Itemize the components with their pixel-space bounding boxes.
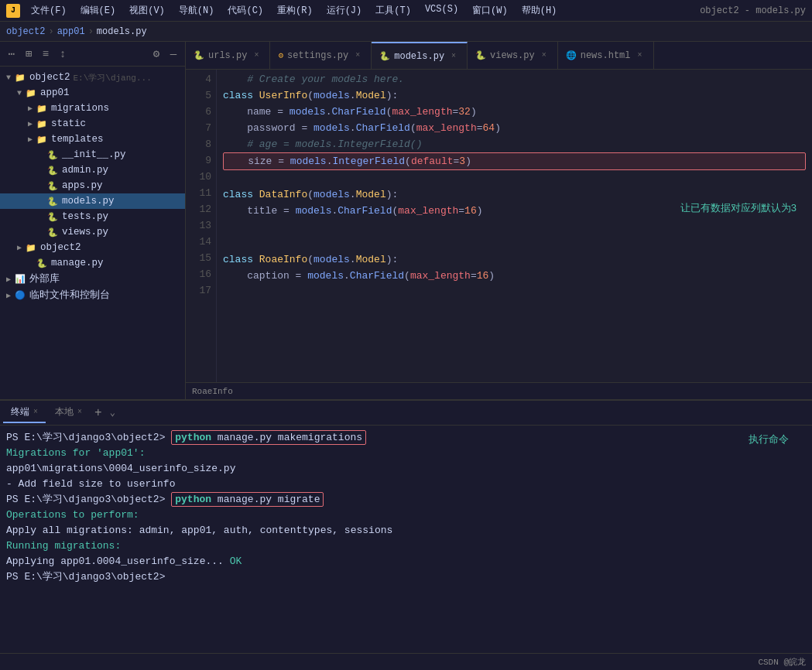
sidebar-spacer xyxy=(73,47,146,61)
code-line-15: class RoaeInfo(models.Model): xyxy=(223,251,806,268)
sidebar-tree: ▼ 📁 object2 E:\学习\djang... ▼ 📁 app01 ▶ 📁 xyxy=(0,67,185,399)
app-logo: J xyxy=(6,4,20,18)
py-icon-init: 🐍 xyxy=(46,149,59,161)
breadcrumb-app01[interactable]: app01 xyxy=(57,26,85,37)
menu-file[interactable]: 文件(F) xyxy=(25,2,73,19)
terminal-content[interactable]: PS E:\学习\django3\object2> python manage.… xyxy=(0,426,812,653)
code-line-4: # Create your models here. xyxy=(223,71,806,87)
terminal-annotation: 执行命令 xyxy=(749,432,789,447)
tab-close-urls[interactable]: × xyxy=(251,50,262,61)
breadcrumb-object2[interactable]: object2 xyxy=(6,26,45,37)
py-icon-manage: 🐍 xyxy=(36,257,48,269)
sidebar-icon-dots[interactable]: ⋯ xyxy=(5,47,19,61)
code-line-14 xyxy=(223,235,806,251)
terminal-line-7: Apply all migrations: admin, app01, auth… xyxy=(6,523,806,538)
terminal-line-2: Migrations for 'app01': xyxy=(6,446,806,461)
sidebar-item-admin-py[interactable]: ▶ 🐍 admin.py xyxy=(0,162,185,178)
sidebar-label-tests: tests.py xyxy=(62,211,108,222)
panel-tab-local-label: 本地 xyxy=(55,405,74,419)
folder-icon-migrations: 📁 xyxy=(36,102,48,115)
sidebar-icon-sort[interactable]: ↕ xyxy=(56,47,70,61)
sidebar-icon-close[interactable]: — xyxy=(166,47,180,61)
panel-tab-local[interactable]: 本地 × xyxy=(47,402,90,423)
menu-code[interactable]: 代码(C) xyxy=(221,2,269,19)
editor-area: ⋯ ⊞ ≡ ↕ ⚙ — ▼ 📁 object2 E:\学习\djang... xyxy=(0,42,812,399)
sidebar-item-object2-root[interactable]: ▼ 📁 object2 E:\学习\djang... xyxy=(0,70,185,85)
sidebar-icon-expand[interactable]: ⊞ xyxy=(22,47,36,61)
sidebar-item-tests-py[interactable]: ▶ 🐍 tests.py xyxy=(0,209,185,224)
terminal-line-3: app01\migrations\0004_userinfo_size.py xyxy=(6,461,806,477)
terminal-line-1: PS E:\学习\django3\object2> python manage.… xyxy=(6,430,806,446)
panel-tab-terminal[interactable]: 终端 × xyxy=(3,402,46,423)
tab-close-settings[interactable]: × xyxy=(352,50,363,61)
sidebar-label-migrations: migrations xyxy=(51,103,109,114)
tab-icon-urls: 🐍 xyxy=(194,50,204,60)
menu-bar: 文件(F) 编辑(E) 视图(V) 导航(N) 代码(C) 重构(R) 运行(J… xyxy=(25,2,563,19)
panel-tab-terminal-close[interactable]: × xyxy=(33,408,38,416)
arrow-static: ▶ xyxy=(25,118,36,129)
tab-icon-settings: ⚙ xyxy=(278,50,283,60)
folder-icon-templates: 📁 xyxy=(36,133,48,145)
sidebar-label-init: __init__.py xyxy=(62,149,126,160)
sidebar-item-models-py[interactable]: ▶ 🐍 models.py xyxy=(0,193,185,209)
sidebar-item-templates[interactable]: ▶ 📁 templates xyxy=(0,132,185,147)
editor-status-bar: RoaeInfo xyxy=(186,382,812,399)
sidebar-icon-settings[interactable]: ⚙ xyxy=(149,47,163,61)
menu-view[interactable]: 视图(V) xyxy=(123,2,171,19)
sidebar-label-object2: object2 xyxy=(29,72,70,83)
main-layout: ⋯ ⊞ ≡ ↕ ⚙ — ▼ 📁 object2 E:\学习\djang... xyxy=(0,42,812,670)
code-line-17 xyxy=(223,284,806,300)
bottom-panel-tabs: 终端 × 本地 × + ⌄ xyxy=(0,401,812,426)
sidebar-item-app01[interactable]: ▼ 📁 app01 xyxy=(0,85,185,101)
sidebar-item-static[interactable]: ▶ 📁 static xyxy=(0,116,185,132)
tab-label-urls: urls.py xyxy=(208,50,247,61)
folder-icon-object2: 📁 xyxy=(14,71,26,84)
tab-close-news[interactable]: × xyxy=(635,50,646,61)
py-icon-admin: 🐍 xyxy=(46,164,59,176)
window-title: object2 - models.py xyxy=(700,5,806,16)
py-icon-tests: 🐍 xyxy=(46,210,59,223)
sidebar-icon-collapse[interactable]: ≡ xyxy=(39,47,53,61)
tab-news[interactable]: 🌐 news.html × xyxy=(558,42,654,70)
menu-window[interactable]: 窗口(W) xyxy=(466,2,514,19)
menu-vcs[interactable]: VCS(S) xyxy=(419,2,464,19)
menu-run[interactable]: 运行(J) xyxy=(320,2,368,19)
menu-navigate[interactable]: 导航(N) xyxy=(173,2,221,19)
tab-close-views[interactable]: × xyxy=(539,50,550,61)
arrow-migrations: ▶ xyxy=(25,103,36,114)
menu-tools[interactable]: 工具(T) xyxy=(369,2,417,19)
tab-settings[interactable]: ⚙ settings.py × xyxy=(270,42,372,70)
panel-tab-local-close[interactable]: × xyxy=(77,408,82,416)
sidebar-item-manage-py[interactable]: ▶ 🐍 manage.py xyxy=(0,255,185,271)
tab-close-models[interactable]: × xyxy=(448,51,459,62)
panel-tab-more[interactable]: ⌄ xyxy=(107,407,118,419)
sidebar-toolbar: ⋯ ⊞ ≡ ↕ ⚙ — xyxy=(0,42,185,67)
sidebar-item-init-py[interactable]: ▶ 🐍 __init__.py xyxy=(0,147,185,162)
menu-refactor[interactable]: 重构(R) xyxy=(271,2,319,19)
arrow-ext-libs: ▶ xyxy=(3,274,14,285)
panel-tab-add[interactable]: + xyxy=(91,406,105,420)
breadcrumb-models: models.py xyxy=(97,26,147,37)
tab-urls[interactable]: 🐍 urls.py × xyxy=(186,42,270,70)
tab-models[interactable]: 🐍 models.py × xyxy=(372,42,468,70)
sidebar-label-ext-libs: 外部库 xyxy=(29,272,60,285)
sidebar-label-object2-sub: object2 xyxy=(40,242,81,253)
code-content: 4 5 6 7 8 9 10 11 12 13 14 15 16 17 xyxy=(186,70,812,382)
py-icon-views: 🐍 xyxy=(46,226,59,238)
menu-help[interactable]: 帮助(H) xyxy=(516,2,564,19)
tab-icon-models: 🐍 xyxy=(379,51,390,61)
sidebar-item-ext-libs[interactable]: ▶ 📊 外部库 xyxy=(0,271,185,287)
ext-libs-icon: 📊 xyxy=(14,273,26,285)
bottom-status-bar: CSDN @皖龙 xyxy=(0,653,812,670)
sidebar-item-views-py[interactable]: ▶ 🐍 views.py xyxy=(0,224,185,240)
folder-icon-static: 📁 xyxy=(36,118,48,130)
code-lines[interactable]: # Create your models here. class UserInf… xyxy=(217,70,812,382)
sidebar-item-apps-py[interactable]: ▶ 🐍 apps.py xyxy=(0,178,185,193)
menu-edit[interactable]: 编辑(E) xyxy=(74,2,122,19)
sidebar-item-object2-folder[interactable]: ▶ 📁 object2 xyxy=(0,240,185,255)
sidebar-item-migrations[interactable]: ▶ 📁 migrations xyxy=(0,101,185,116)
sidebar-item-temp-files[interactable]: ▶ 🔵 临时文件和控制台 xyxy=(0,287,185,303)
editor-status-text: RoaeInfo xyxy=(192,387,233,396)
tab-views[interactable]: 🐍 views.py × xyxy=(468,42,558,70)
sidebar-label-app01: app01 xyxy=(40,87,70,98)
